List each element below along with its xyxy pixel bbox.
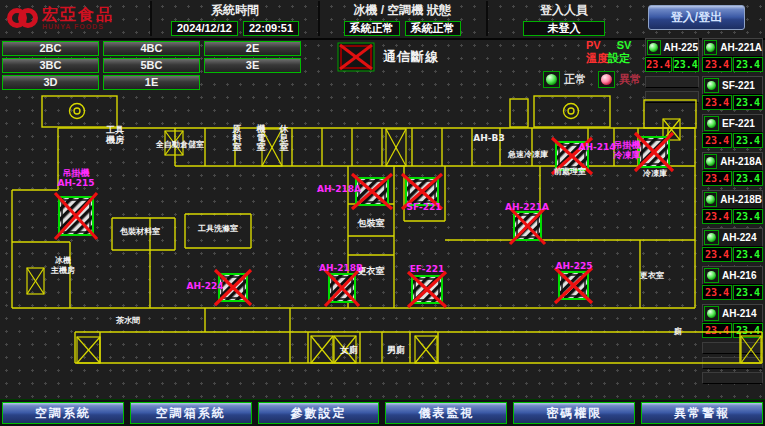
chiller-status-value: 系統正常 <box>344 21 400 36</box>
floor-button-2bc[interactable]: 2BC <box>2 41 99 56</box>
floor-button-2e[interactable]: 2E <box>204 41 301 56</box>
stair-spiral-icon <box>568 108 574 114</box>
comm-loss-label: 通信斷線 <box>383 48 439 66</box>
shaft-x-icon <box>311 336 333 363</box>
comm-loss-device-icon[interactable] <box>55 193 97 239</box>
status-led-icon <box>647 40 661 55</box>
equipment-name: AH-221A <box>720 42 762 53</box>
comm-loss-icon <box>337 42 375 72</box>
shaft-x-icon <box>415 336 437 363</box>
room-label: 全自動倉儲室 <box>155 139 204 149</box>
floor-button-3e[interactable]: 3E <box>204 58 301 73</box>
comm-loss-device-icon[interactable] <box>510 208 545 244</box>
toolbar-button-1[interactable]: 空調系統 <box>2 402 124 424</box>
login-label: 登入人員 <box>488 2 640 19</box>
room-label: 廁 <box>673 326 682 336</box>
login-logout-button[interactable]: 登入/登出 <box>648 5 745 30</box>
building-outline <box>534 96 610 127</box>
abnormal-label: 異常 <box>619 72 641 87</box>
status-led-icon <box>704 40 717 55</box>
room-label: 原料室 <box>232 124 243 152</box>
room-label: 男廁 <box>386 345 405 355</box>
toolbar-button-2[interactable]: 空調箱系統 <box>130 402 252 424</box>
room-label: 包裝室 <box>357 218 385 228</box>
room-label: 女廁 <box>339 345 358 355</box>
room-label: 更衣室 <box>640 270 664 280</box>
device-label: 吊掛機AH-215 <box>57 168 94 188</box>
equipment-name: AH-225 <box>664 42 698 53</box>
building-outline <box>510 99 528 127</box>
abnormal-led-icon <box>598 71 615 88</box>
device-label: AH-225 <box>555 261 592 271</box>
building-outline <box>644 100 696 128</box>
machine-status-section: 冰機 / 空調機 狀態 系統正常 系統正常 <box>318 1 484 36</box>
room-label: 茶水間 <box>115 316 140 325</box>
equipment-values: 23.423.4 <box>702 57 763 72</box>
toolbar-button-4[interactable]: 儀表監視 <box>385 402 507 424</box>
floor-buttons: 2BC 4BC 2E 3BC 5BC 3E 3D 1E <box>2 41 301 92</box>
machine-status-label: 冰機 / 空調機 狀態 <box>320 2 484 19</box>
stair-spiral-icon <box>564 104 579 119</box>
room-label: AH-B3 <box>473 133 504 143</box>
hmi-screen: 宏亞食品 HUNYA FOODS 系統時間 2024/12/12 22:09:5… <box>0 0 765 426</box>
device-label: SF-221 <box>407 202 442 212</box>
logo: 宏亞食品 HUNYA FOODS <box>6 3 114 33</box>
shaft-x-icon <box>386 129 406 166</box>
room-label: 冰機主機房 <box>50 256 75 275</box>
toolbar-button-6[interactable]: 異常警報 <box>641 402 763 424</box>
device-label: AH-224 <box>186 281 223 291</box>
comm-loss-legend: 通信斷線 <box>337 42 439 72</box>
floor-button-3bc[interactable]: 3BC <box>2 58 99 73</box>
floor-button-5bc[interactable]: 5BC <box>103 58 200 73</box>
login-section: 登入人員 未登入 <box>486 1 640 36</box>
device-label: 吊掛機冷凍庫 <box>614 140 641 160</box>
stair-spiral-icon <box>74 108 80 114</box>
sv-value: 23.4 <box>733 57 763 72</box>
normal-led-icon <box>543 71 560 88</box>
device-label: EF-221 <box>410 264 445 274</box>
room-label: 工具洗滌室 <box>197 223 238 233</box>
normal-label: 正常 <box>564 72 586 87</box>
room-label: 機電室 <box>256 124 266 152</box>
temp-label: 溫度 <box>586 52 608 64</box>
equipment-empty-slot <box>645 76 699 88</box>
brand-name: 宏亞食品 <box>42 6 114 23</box>
equipment-row-ah-225[interactable]: AH-225 <box>645 38 699 57</box>
brand-subtitle: HUNYA FOODS <box>42 23 114 30</box>
set-label: 設定 <box>608 52 630 64</box>
header-bar: 宏亞食品 HUNYA FOODS 系統時間 2024/12/12 22:09:5… <box>0 0 765 40</box>
pv-label: PV <box>586 39 601 51</box>
device-label: AH-218A <box>317 184 361 194</box>
equipment-row-ah-221a[interactable]: AH-221A <box>702 38 763 57</box>
ahu-status-value: 系統正常 <box>405 21 461 36</box>
comm-loss-device-icon[interactable] <box>325 270 359 306</box>
room-label: 冷凍庫 <box>643 168 667 178</box>
system-time-value: 22:09:51 <box>243 21 299 36</box>
toolbar-button-3[interactable]: 參數設定 <box>258 402 380 424</box>
pv-sv-legend: PVSV 溫度設定 <box>586 39 631 65</box>
equipment-values: 23.423.4 <box>645 57 699 72</box>
comm-loss-device-icon[interactable] <box>635 133 673 171</box>
sv-value: 23.4 <box>673 57 700 72</box>
comm-loss-device-icon[interactable] <box>408 272 446 307</box>
pv-value: 23.4 <box>645 57 672 72</box>
sv-label: SV <box>617 39 632 51</box>
room-label: 工具機房 <box>105 125 125 145</box>
device-label: AH-221A <box>505 202 549 212</box>
login-user-value: 未登入 <box>523 21 605 36</box>
shaft-x-icon <box>741 336 761 363</box>
pv-value: 23.4 <box>702 57 732 72</box>
status-led-legend: 正常 異常 <box>543 71 641 88</box>
floor-button-4bc[interactable]: 4BC <box>103 41 200 56</box>
toolbar-button-5[interactable]: 密碼權限 <box>513 402 635 424</box>
comm-loss-device-icon[interactable] <box>555 268 592 303</box>
system-time-label: 系統時間 <box>152 2 318 19</box>
system-time-section: 系統時間 2024/12/12 22:09:51 <box>150 1 318 36</box>
stair-spiral-icon <box>70 104 85 119</box>
system-date-value: 2024/12/12 <box>171 21 238 36</box>
shaft-x-icon <box>77 337 100 363</box>
device-label: AH-214 <box>578 142 615 152</box>
logo-icon <box>6 3 38 33</box>
room-label: 急速冷凍庫 <box>507 149 548 159</box>
bottom-toolbar: 空調系統空調箱系統參數設定儀表監視密碼權限異常警報 <box>0 399 765 426</box>
